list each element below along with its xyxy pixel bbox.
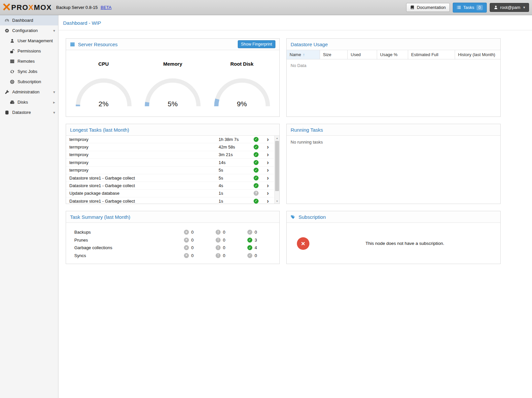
longest-tasks-panel: Longest Tasks (last Month) termproxy1h 3… xyxy=(66,124,280,204)
task-name: termproxy xyxy=(69,152,219,157)
chevron-right-icon[interactable]: › xyxy=(266,144,274,150)
task-name: Update package database xyxy=(69,191,219,196)
logo-text: PROXMOX xyxy=(11,3,52,12)
sidebar-item-dashboard[interactable]: Dashboard xyxy=(0,15,58,25)
sidebar-item-disks[interactable]: Disks xyxy=(0,97,58,107)
server-resources-title: Server Resources xyxy=(78,42,118,47)
summary-count-cell: ×0 xyxy=(184,253,216,258)
sidebar-item-label: Sync Jobs xyxy=(18,69,37,74)
chevron-right-icon[interactable]: › xyxy=(266,151,274,158)
status-ok-icon: ✓ xyxy=(254,152,259,157)
sidebar-item-label: Dashboard xyxy=(12,18,33,23)
task-duration: 1h 38m 7s xyxy=(219,137,254,142)
summary-count-cell: ✓3 xyxy=(247,238,279,243)
caret-down-icon[interactable] xyxy=(53,28,55,33)
gauge-label: CPU xyxy=(72,61,135,67)
task-row[interactable]: termproxy42m 58s✓› xyxy=(66,143,274,151)
caret-down-icon: ▾ xyxy=(523,6,525,9)
task-row[interactable]: Datastore store1 - Garbage collect1s✓› xyxy=(66,197,274,204)
column-header-size[interactable]: Size xyxy=(320,50,348,59)
datastore-usage-panel: Datastore Usage Name ↑ Size Used Usage %… xyxy=(286,38,501,117)
task-name: termproxy xyxy=(69,160,219,165)
wrench-icon xyxy=(4,90,9,94)
left-column: Server Resources Show Fingerprint CPU2%M… xyxy=(66,38,280,264)
sidebar-item-label: Datastore xyxy=(12,110,31,115)
task-row[interactable]: Datastore store1 - Garbage collect4s✓› xyxy=(66,182,274,189)
task-row[interactable]: termproxy5s✓› xyxy=(66,167,274,174)
tasks-button[interactable]: Tasks 0 xyxy=(453,3,487,13)
sidebar-item-configuration[interactable]: Configuration xyxy=(0,25,58,36)
ok-count-icon: ✓ xyxy=(247,238,252,243)
task-name: termproxy xyxy=(69,137,219,142)
summary-count-cell: !0 xyxy=(216,253,247,258)
database-icon xyxy=(4,110,9,115)
task-row[interactable]: termproxy1h 38m 7s✓› xyxy=(66,136,274,143)
task-duration: 4s xyxy=(219,183,254,188)
gauge-label: Memory xyxy=(141,61,204,67)
chevron-right-icon[interactable]: › xyxy=(266,136,274,143)
caret-down-icon[interactable] xyxy=(53,110,55,115)
sidebar-item-subscription[interactable]: Subscription xyxy=(0,77,58,87)
column-header-usage-pct[interactable]: Usage % xyxy=(377,50,408,59)
scrollbar-thumb[interactable] xyxy=(275,141,279,191)
beta-link[interactable]: BETA xyxy=(101,5,112,10)
dashboard-grid: Server Resources Show Fingerprint CPU2%M… xyxy=(58,30,532,264)
column-header-history[interactable]: History (last Month) xyxy=(455,50,500,59)
sidebar-item-label: Configuration xyxy=(12,28,38,33)
chevron-right-icon[interactable]: › xyxy=(266,182,274,189)
summary-count: 3 xyxy=(255,238,257,243)
sidebar-item-administration[interactable]: Administration xyxy=(0,87,58,97)
status-ok-icon: ✓ xyxy=(254,168,259,173)
summary-count-cell: ×0 xyxy=(184,230,216,235)
documentation-button[interactable]: Documentation xyxy=(406,3,449,12)
unlock-icon xyxy=(10,49,15,53)
sidebar-item-permissions[interactable]: Permissions xyxy=(0,46,58,56)
task-row[interactable]: Update package database1s?› xyxy=(66,190,274,197)
summary-label: Prunes xyxy=(74,238,184,243)
server-bars-icon xyxy=(70,42,75,47)
scroll-up-icon[interactable]: ▲ xyxy=(275,136,279,141)
task-name: Datastore store1 - Garbage collect xyxy=(69,183,219,188)
sidebar-item-sync-jobs[interactable]: Sync Jobs xyxy=(0,66,58,77)
task-row[interactable]: termproxy3m 21s✓› xyxy=(66,151,274,159)
summary-count-cell: !0 xyxy=(216,230,247,235)
summary-count: 0 xyxy=(223,245,225,250)
caret-right-icon[interactable] xyxy=(53,100,55,105)
task-summary-title: Task Summary (last Month) xyxy=(70,214,130,220)
chevron-right-icon[interactable]: › xyxy=(266,167,274,174)
user-menu-button[interactable]: root@pam ▾ xyxy=(490,3,529,12)
no-subscription-icon: × xyxy=(297,237,309,250)
task-duration: 3m 21s xyxy=(219,152,254,157)
column-header-estimated-full[interactable]: Estimated Full xyxy=(408,50,455,59)
sort-ascending-icon: ↑ xyxy=(303,52,305,57)
datastore-usage-header: Datastore Usage xyxy=(287,39,500,50)
chevron-right-icon[interactable]: › xyxy=(266,190,274,197)
summary-count: 0 xyxy=(223,230,225,235)
show-fingerprint-button[interactable]: Show Fingerprint xyxy=(238,40,276,49)
sidebar-item-datastore[interactable]: Datastore xyxy=(0,107,58,117)
task-row[interactable]: Datastore store1 - Garbage collect5s✓› xyxy=(66,174,274,182)
chevron-right-icon[interactable]: › xyxy=(266,175,274,182)
vertical-scrollbar[interactable]: ▲ ▼ xyxy=(274,136,279,204)
task-name: Datastore store1 - Garbage collect xyxy=(69,199,219,204)
summary-count: 0 xyxy=(223,238,225,243)
summary-count-cell: ✓4 xyxy=(247,245,279,250)
status-ok-icon: ✓ xyxy=(254,183,259,188)
task-summary-header: Task Summary (last Month) xyxy=(66,211,279,223)
sidebar-item-user-management[interactable]: User Management xyxy=(0,36,58,46)
chevron-right-icon[interactable]: › xyxy=(266,159,274,166)
error-count-icon: × xyxy=(184,230,189,235)
refresh-icon xyxy=(10,69,15,74)
caret-down-icon[interactable] xyxy=(53,90,55,94)
task-row[interactable]: termproxy14s✓› xyxy=(66,159,274,166)
sidebar-item-remotes[interactable]: Remotes xyxy=(0,56,58,66)
chevron-right-icon[interactable]: › xyxy=(266,198,274,204)
column-header-name[interactable]: Name ↑ xyxy=(287,50,320,59)
column-header-used[interactable]: Used xyxy=(348,50,377,59)
subscription-body: × This node does not have a subscription… xyxy=(287,223,500,264)
summary-count: 4 xyxy=(255,245,257,250)
scroll-down-icon[interactable]: ▼ xyxy=(275,199,279,204)
running-tasks-empty-state: No running tasks xyxy=(287,136,500,149)
summary-count: 0 xyxy=(191,245,194,250)
tachometer-icon xyxy=(4,18,9,23)
